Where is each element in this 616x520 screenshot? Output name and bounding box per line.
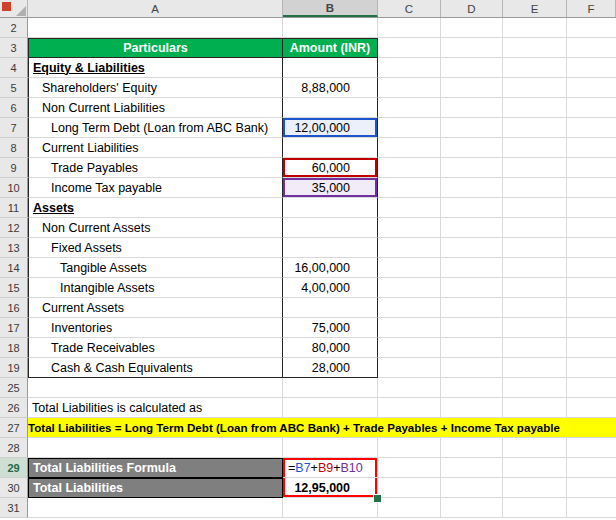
- row-number-30[interactable]: 30: [0, 478, 28, 498]
- cell-a7[interactable]: Long Term Debt (Loan from ABC Bank): [28, 118, 283, 138]
- row-number-3[interactable]: 3: [0, 38, 28, 58]
- empty-grid-cells[interactable]: [378, 458, 616, 478]
- empty-grid-cells[interactable]: [378, 158, 616, 178]
- empty-grid-cells[interactable]: [378, 78, 616, 98]
- empty-grid-cells[interactable]: [378, 498, 616, 518]
- cell-b13[interactable]: [283, 238, 378, 258]
- cell-b9-referenced-red[interactable]: 60,000: [283, 158, 378, 178]
- row-number-16[interactable]: 16: [0, 298, 28, 318]
- cell-b19[interactable]: 28,000: [283, 358, 378, 378]
- cell-b2[interactable]: [283, 18, 378, 38]
- cell-b10-referenced-purple[interactable]: 35,000: [283, 178, 378, 198]
- cell-a13[interactable]: Fixed Assets: [28, 238, 283, 258]
- cell-b8[interactable]: [283, 138, 378, 158]
- row-number-5[interactable]: 5: [0, 78, 28, 98]
- row-number-17[interactable]: 17: [0, 318, 28, 338]
- fill-handle[interactable]: [373, 494, 382, 503]
- empty-grid-cells[interactable]: [378, 38, 616, 58]
- cell-a26-caption[interactable]: Total Liabilities is calculated as: [28, 398, 283, 418]
- row-number-26[interactable]: 26: [0, 398, 28, 418]
- cell-b18[interactable]: 80,000: [283, 338, 378, 358]
- cell-b7-referenced-blue[interactable]: 12,00,000: [283, 118, 378, 138]
- cell-a12[interactable]: Non Current Assets: [28, 218, 283, 238]
- column-header-b[interactable]: B: [283, 0, 378, 17]
- cell-a14[interactable]: Tangible Assets: [28, 258, 283, 278]
- column-header-e[interactable]: E: [503, 0, 567, 17]
- cell-a15[interactable]: Intangible Assets: [28, 278, 283, 298]
- row-number-11[interactable]: 11: [0, 198, 28, 218]
- cell-b5[interactable]: 8,88,000: [283, 78, 378, 98]
- empty-grid-cells[interactable]: [378, 58, 616, 78]
- empty-grid-cells[interactable]: [378, 178, 616, 198]
- empty-grid-cells[interactable]: [378, 438, 616, 458]
- cell-a2[interactable]: [28, 18, 283, 38]
- cell-b16[interactable]: [283, 298, 378, 318]
- empty-grid-cells[interactable]: [378, 198, 616, 218]
- cell-b17[interactable]: 75,000: [283, 318, 378, 338]
- cell-b29-formula[interactable]: =B7+B9+B10: [283, 458, 378, 478]
- cell-b28[interactable]: [283, 438, 378, 458]
- cell-a27-formula-definition[interactable]: Total Liabilities = Long Term Debt (Loan…: [28, 418, 616, 438]
- cell-a8[interactable]: Current Liabilities: [28, 138, 283, 158]
- row-number-14[interactable]: 14: [0, 258, 28, 278]
- row-number-10[interactable]: 10: [0, 178, 28, 198]
- empty-grid-cells[interactable]: [378, 478, 616, 498]
- select-all-corner[interactable]: [0, 0, 28, 17]
- cell-b15[interactable]: 4,00,000: [283, 278, 378, 298]
- empty-grid-cells[interactable]: [378, 138, 616, 158]
- cell-b11[interactable]: [283, 198, 378, 218]
- cell-a29-label[interactable]: Total Liabilities Formula: [28, 458, 283, 478]
- cell-b6[interactable]: [283, 98, 378, 118]
- empty-grid-cells[interactable]: [378, 398, 616, 418]
- row-number-18[interactable]: 18: [0, 338, 28, 358]
- column-header-f[interactable]: F: [567, 0, 616, 17]
- cell-b26[interactable]: [283, 398, 378, 418]
- cell-b12[interactable]: [283, 218, 378, 238]
- empty-grid-cells[interactable]: [378, 18, 616, 38]
- cell-a30-label[interactable]: Total Liabilities: [28, 478, 283, 498]
- cell-a5[interactable]: Shareholders' Equity: [28, 78, 283, 98]
- row-number-13[interactable]: 13: [0, 238, 28, 258]
- row-number-7[interactable]: 7: [0, 118, 28, 138]
- table-header-amount[interactable]: Amount (INR): [283, 38, 378, 58]
- empty-grid-cells[interactable]: [378, 338, 616, 358]
- column-header-a[interactable]: A: [28, 0, 283, 17]
- row-number-12[interactable]: 12: [0, 218, 28, 238]
- cell-b31[interactable]: [283, 498, 378, 518]
- cell-a31[interactable]: [28, 498, 283, 518]
- empty-grid-cells[interactable]: [378, 98, 616, 118]
- table-header-particulars[interactable]: Particulars: [28, 38, 283, 58]
- empty-grid-cells[interactable]: [378, 318, 616, 338]
- row-number-2[interactable]: 2: [0, 18, 28, 38]
- cell-a4[interactable]: Equity & Liabilities: [28, 58, 283, 78]
- row-number-31[interactable]: 31: [0, 498, 28, 518]
- column-header-c[interactable]: C: [378, 0, 441, 17]
- cell-a28[interactable]: [28, 438, 283, 458]
- empty-grid-cells[interactable]: [378, 298, 616, 318]
- row-number-28[interactable]: 28: [0, 438, 28, 458]
- empty-grid-cells[interactable]: [378, 218, 616, 238]
- row-number-19[interactable]: 19: [0, 358, 28, 378]
- row-number-25[interactable]: 25: [0, 378, 28, 398]
- empty-grid-cells[interactable]: [378, 238, 616, 258]
- empty-grid-cells[interactable]: [378, 118, 616, 138]
- cell-a19[interactable]: Cash & Cash Equivalents: [28, 358, 283, 378]
- cell-a25[interactable]: [28, 378, 283, 398]
- cell-b4[interactable]: [283, 58, 378, 78]
- cell-a18[interactable]: Trade Receivables: [28, 338, 283, 358]
- cell-b30-result[interactable]: 12,95,000: [283, 478, 378, 498]
- empty-grid-cells[interactable]: [378, 278, 616, 298]
- row-number-6[interactable]: 6: [0, 98, 28, 118]
- cell-a10[interactable]: Income Tax payable: [28, 178, 283, 198]
- empty-grid-cells[interactable]: [378, 378, 616, 398]
- empty-grid-cells[interactable]: [378, 358, 616, 378]
- row-number-15[interactable]: 15: [0, 278, 28, 298]
- cell-a17[interactable]: Inventories: [28, 318, 283, 338]
- cell-a6[interactable]: Non Current Liabilities: [28, 98, 283, 118]
- cell-a11[interactable]: Assets: [28, 198, 283, 218]
- cell-a9[interactable]: Trade Payables: [28, 158, 283, 178]
- empty-grid-cells[interactable]: [378, 258, 616, 278]
- row-number-8[interactable]: 8: [0, 138, 28, 158]
- row-number-9[interactable]: 9: [0, 158, 28, 178]
- row-number-4[interactable]: 4: [0, 58, 28, 78]
